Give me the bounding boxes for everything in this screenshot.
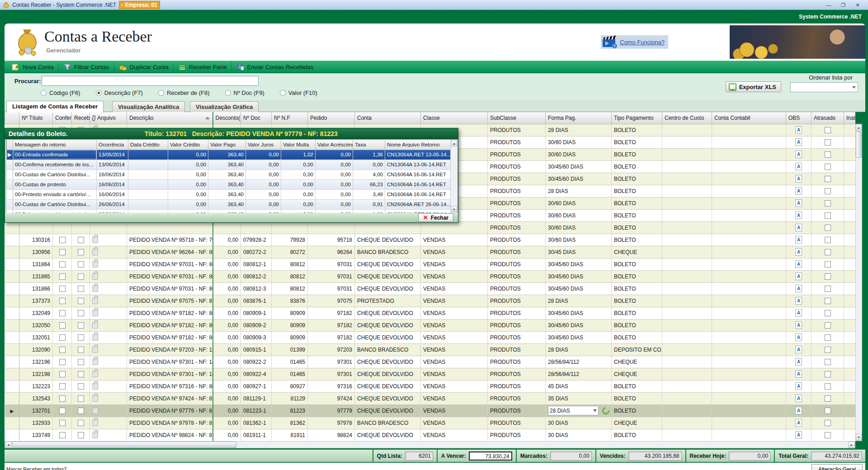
receber-parte-button[interactable]: Receber Parte bbox=[174, 61, 231, 72]
header-arquivo[interactable]: Arquivo bbox=[90, 112, 127, 124]
row-checkbox[interactable] bbox=[825, 176, 831, 182]
row-checkbox[interactable] bbox=[825, 371, 831, 377]
table-row[interactable]: 131864 PEDIDO VENDA Nº 97031 - NF: 808..… bbox=[5, 258, 856, 270]
table-row[interactable]: 132050 PEDIDO VENDA Nº 97182 - NF: 809..… bbox=[5, 319, 856, 331]
row-checkbox[interactable] bbox=[78, 420, 84, 426]
attachment-icon[interactable] bbox=[92, 346, 98, 353]
header-conta[interactable]: Conta bbox=[355, 112, 421, 124]
row-checkbox[interactable] bbox=[59, 334, 66, 341]
modal-header-mensagem[interactable]: Mensagem do retorno bbox=[13, 140, 97, 150]
row-checkbox[interactable] bbox=[78, 273, 84, 280]
table-row[interactable]: 131865 PEDIDO VENDA Nº 97031 - NF: 808..… bbox=[5, 270, 856, 282]
obs-document-icon[interactable]: A bbox=[795, 285, 802, 292]
modal-header-valor-credito[interactable]: Valor Crédito bbox=[168, 140, 208, 150]
obs-document-icon[interactable]: A bbox=[795, 321, 802, 329]
row-checkbox[interactable] bbox=[825, 408, 831, 414]
attachment-icon[interactable] bbox=[92, 407, 98, 414]
search-input[interactable] bbox=[42, 76, 259, 86]
obs-document-icon[interactable]: A bbox=[795, 224, 802, 231]
filtrar-contas-button[interactable]: Filtrar Contas bbox=[59, 61, 114, 72]
header-receber[interactable]: Receber bbox=[72, 112, 90, 124]
obs-document-icon[interactable]: A bbox=[795, 175, 802, 183]
row-checkbox[interactable] bbox=[59, 322, 66, 329]
row-checkbox[interactable] bbox=[78, 432, 84, 438]
row-checkbox[interactable] bbox=[825, 225, 831, 231]
header-forma-pag[interactable]: Forma Pag. bbox=[546, 112, 612, 124]
row-checkbox[interactable] bbox=[59, 310, 66, 316]
row-checkbox[interactable] bbox=[78, 286, 84, 292]
row-checkbox[interactable] bbox=[59, 298, 66, 304]
row-checkbox[interactable] bbox=[825, 383, 831, 390]
header-inativo[interactable]: Inativo bbox=[844, 112, 856, 124]
obs-document-icon[interactable]: A bbox=[795, 126, 802, 134]
close-button[interactable]: ✕ bbox=[854, 2, 862, 8]
row-checkbox[interactable] bbox=[78, 371, 84, 377]
table-row[interactable]: 130316 PEDIDO VENDA Nº 95718 - NF: 799..… bbox=[5, 234, 856, 246]
alteracao-geral-button[interactable]: Alteração Geral bbox=[811, 464, 863, 470]
header-conta-contabil[interactable]: Conta Contabil bbox=[712, 112, 786, 124]
row-checkbox[interactable] bbox=[59, 286, 66, 292]
row-checkbox[interactable] bbox=[59, 383, 66, 390]
table-row[interactable]: PRODUTOS 30/60 DIAS BOLETO A bbox=[5, 221, 856, 234]
row-checkbox[interactable] bbox=[825, 200, 831, 207]
modal-vertical-scrollbar[interactable]: ▲ ▼ bbox=[450, 140, 458, 213]
modal-table-row[interactable]: 00-Protesto enviado a cartório/... 16/06… bbox=[7, 189, 451, 199]
row-checkbox[interactable] bbox=[78, 322, 84, 329]
scrollbar-thumb[interactable] bbox=[12, 442, 236, 448]
tab-listagem[interactable]: Listagem de Contas a Receber bbox=[6, 101, 104, 113]
attachment-icon[interactable] bbox=[92, 419, 98, 426]
modal-header-valor-juros[interactable]: Valor Juros bbox=[246, 140, 281, 150]
enviar-contas-button[interactable]: Enviar Contas Recebidas bbox=[232, 61, 318, 72]
obs-document-icon[interactable]: A bbox=[795, 407, 802, 414]
row-checkbox[interactable] bbox=[59, 249, 66, 255]
fechar-button[interactable]: ✕ Fechar bbox=[418, 213, 453, 222]
header-pedido[interactable]: Pedido bbox=[308, 112, 355, 124]
row-checkbox[interactable] bbox=[825, 127, 831, 133]
header-descricao[interactable]: Descrição bbox=[127, 112, 213, 124]
header-num-titulo[interactable]: Nº Título bbox=[19, 112, 53, 124]
attachment-icon[interactable] bbox=[92, 371, 98, 377]
row-checkbox[interactable] bbox=[78, 359, 84, 365]
table-row[interactable]: 132090 PEDIDO VENDA Nº 97203 - NF: 1399 … bbox=[5, 343, 856, 356]
attachment-icon[interactable] bbox=[92, 273, 98, 280]
table-row[interactable]: 132198 PEDIDO VENDA Nº 97301 - NF: 1465 … bbox=[5, 368, 856, 380]
attachment-icon[interactable] bbox=[92, 297, 98, 304]
attachment-icon[interactable] bbox=[92, 383, 98, 390]
row-checkbox[interactable] bbox=[825, 359, 831, 365]
header-conferido[interactable]: Conferido bbox=[53, 112, 72, 124]
row-checkbox[interactable] bbox=[59, 359, 66, 365]
vertical-scrollbar[interactable]: ▲ ▼ bbox=[855, 124, 862, 441]
obs-document-icon[interactable]: A bbox=[795, 419, 802, 427]
row-checkbox[interactable] bbox=[825, 420, 831, 426]
row-checkbox[interactable] bbox=[78, 237, 84, 243]
modal-header-valor-multa[interactable]: Valor Multa bbox=[281, 140, 316, 150]
row-checkbox[interactable] bbox=[825, 249, 831, 255]
row-checkbox[interactable] bbox=[59, 408, 66, 414]
row-checkbox[interactable] bbox=[825, 139, 831, 146]
table-row[interactable]: 132196 PEDIDO VENDA Nº 97301 - NF: 1465 … bbox=[5, 356, 856, 368]
row-checkbox[interactable] bbox=[78, 249, 84, 255]
marcar-receber-label[interactable]: Marcar Receber em todas? bbox=[6, 466, 66, 470]
row-checkbox[interactable] bbox=[825, 334, 831, 341]
table-row[interactable]: 132223 PEDIDO VENDA Nº 97316 - NF: 809..… bbox=[5, 380, 856, 392]
tab-visualizacao-analitica[interactable]: Visualização Analítica bbox=[112, 101, 185, 112]
row-checkbox[interactable] bbox=[825, 261, 831, 268]
obs-document-icon[interactable]: A bbox=[795, 370, 802, 378]
table-row[interactable]: 133749 PEDIDO VENDA Nº 98824 - NF: 819..… bbox=[5, 429, 856, 441]
search-radio[interactable]: Valor (F10) bbox=[280, 89, 317, 96]
table-row[interactable]: 132049 PEDIDO VENDA Nº 97182 - NF: 809..… bbox=[5, 307, 856, 319]
como-funciona-box[interactable]: ? Como Funciona? bbox=[601, 35, 668, 49]
refresh-icon[interactable] bbox=[601, 405, 611, 416]
search-radio[interactable]: Receber de (F8) bbox=[158, 89, 210, 96]
minimize-button[interactable]: — bbox=[825, 2, 833, 8]
row-checkbox[interactable] bbox=[59, 273, 66, 280]
row-checkbox[interactable] bbox=[825, 273, 831, 280]
obs-document-icon[interactable]: A bbox=[795, 297, 802, 305]
como-funciona-link[interactable]: Como Funciona? bbox=[620, 39, 665, 46]
header-centro-custo[interactable]: Centro de Custo bbox=[662, 112, 712, 124]
modal-header-taxa[interactable]: Taxa bbox=[353, 140, 385, 150]
obs-document-icon[interactable]: A bbox=[795, 248, 802, 256]
obs-document-icon[interactable]: A bbox=[795, 395, 802, 402]
row-checkbox[interactable] bbox=[59, 432, 66, 438]
horizontal-scrollbar[interactable]: ◄ ► bbox=[5, 441, 855, 448]
